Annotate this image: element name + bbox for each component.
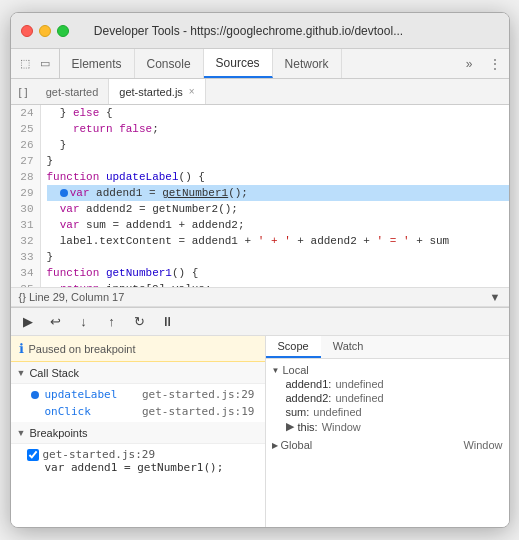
step-into-button[interactable]: ↓ — [73, 311, 95, 333]
scope-val-this: Window — [322, 421, 361, 433]
code-line-30: var addend2 = getNumber2(); — [47, 201, 509, 217]
breakpoints-triangle: ▼ — [17, 428, 26, 438]
scope-key-this: this: — [298, 421, 318, 433]
breakpoints-label: Breakpoints — [29, 427, 87, 439]
callstack-func-1: onClick — [45, 405, 91, 418]
status-bar: {} Line 29, Column 17 ▼ — [11, 287, 509, 307]
code-panel[interactable]: 24 25 26 27 28 29 30 31 32 33 34 35 36 }… — [11, 105, 509, 287]
call-stack-item-1[interactable]: onClick get-started.js:19 — [11, 403, 265, 420]
filetab-js-label: get-started.js — [119, 86, 183, 98]
breakpoint-item-0[interactable]: get-started.js:29 var addend1 = getNumbe… — [11, 446, 265, 476]
scope-global-triangle: ▶ — [272, 441, 278, 450]
scope-tab-scope[interactable]: Scope — [266, 336, 321, 358]
scope-key-sum: sum: — [286, 406, 310, 418]
filetab-collapse-icon[interactable]: [ ] — [11, 79, 36, 104]
line-num-25: 25 — [17, 121, 34, 137]
right-panel: Scope Watch ▼ Local addend1: undefined — [266, 336, 509, 527]
bottom-panel: ▶ ↩ ↓ ↑ ↻ ⏸ ℹ Paused on breakpoint ▼ Cal… — [11, 307, 509, 527]
filetab-get-started[interactable]: get-started — [36, 79, 110, 104]
scope-global-label: Global — [281, 439, 313, 451]
call-stack-item-0[interactable]: updateLabel get-started.js:29 — [11, 386, 265, 403]
call-stack-triangle: ▼ — [17, 368, 26, 378]
left-panel: ℹ Paused on breakpoint ▼ Call Stack upda… — [11, 336, 266, 527]
more-tabs-icon[interactable]: » — [458, 49, 481, 78]
line-num-31: 31 — [17, 217, 34, 233]
devtools-window: Developer Tools - https://googlechrome.g… — [10, 12, 510, 528]
code-line-33: } — [47, 249, 509, 265]
tab-elements[interactable]: Elements — [60, 49, 135, 78]
code-line-26: } — [47, 137, 509, 153]
pause-button[interactable]: ⏸ — [157, 311, 179, 333]
code-content[interactable]: } else { return false; } } function upda… — [41, 105, 509, 287]
scope-this-expand[interactable]: ▶ — [286, 420, 294, 433]
scope-addend2: addend2: undefined — [272, 391, 503, 405]
step-out-button[interactable]: ↑ — [101, 311, 123, 333]
scope-val-addend1: undefined — [335, 378, 383, 390]
line-numbers: 24 25 26 27 28 29 30 31 32 33 34 35 36 — [11, 105, 41, 287]
tabbar-left-icons: ⬚ ▭ — [11, 49, 60, 78]
callstack-file-1: get-started.js:19 — [142, 405, 255, 418]
info-icon: ℹ — [19, 341, 24, 356]
resume-button[interactable]: ▶ — [17, 311, 39, 333]
scope-local: ▼ Local addend1: undefined addend2: unde… — [272, 363, 503, 434]
scope-global: ▶ Global Window — [272, 438, 503, 452]
call-stack-header[interactable]: ▼ Call Stack — [11, 362, 265, 384]
tab-console[interactable]: Console — [135, 49, 204, 78]
line-num-34: 34 — [17, 265, 34, 281]
callstack-marker — [31, 391, 39, 399]
scope-local-triangle: ▼ — [272, 366, 280, 375]
deactivate-button[interactable]: ↻ — [129, 311, 151, 333]
code-line-28: function updateLabel() { — [47, 169, 509, 185]
code-line-25: return false; — [47, 121, 509, 137]
filetab-get-started-js[interactable]: get-started.js × — [109, 79, 205, 104]
menu-icon[interactable]: ⋮ — [481, 49, 509, 78]
breakpoint-file: get-started.js:29 — [43, 448, 156, 461]
paused-notice: ℹ Paused on breakpoint — [11, 336, 265, 362]
callstack-file-0: get-started.js:29 — [142, 388, 255, 401]
inspector-icon[interactable]: ⬚ — [17, 56, 33, 72]
code-line-32: label.textContent = addend1 + ' + ' + ad… — [47, 233, 509, 249]
status-text: {} Line 29, Column 17 — [19, 291, 125, 303]
scope-key-addend1: addend1: — [286, 378, 332, 390]
line-num-24: 24 — [17, 105, 34, 121]
scope-global-header[interactable]: ▶ Global Window — [272, 438, 503, 452]
code-line-27: } — [47, 153, 509, 169]
mobile-icon[interactable]: ▭ — [37, 56, 53, 72]
line-num-32: 32 — [17, 233, 34, 249]
breakpoints-header[interactable]: ▼ Breakpoints — [11, 422, 265, 444]
filetab-label: get-started — [46, 86, 99, 98]
scope-local-label: Local — [282, 364, 308, 376]
scope-tab-watch[interactable]: Watch — [321, 336, 376, 358]
window-title: Developer Tools - https://googlechrome.g… — [10, 24, 499, 38]
status-scroll-icon[interactable]: ▼ — [490, 291, 501, 303]
line-num-27: 27 — [17, 153, 34, 169]
tab-sources[interactable]: Sources — [204, 49, 273, 78]
tab-network[interactable]: Network — [273, 49, 342, 78]
scope-tree: ▼ Local addend1: undefined addend2: unde… — [266, 359, 509, 460]
paused-message: Paused on breakpoint — [29, 343, 136, 355]
breakpoint-checkbox[interactable] — [27, 449, 39, 461]
callstack-func-0: updateLabel — [45, 388, 118, 401]
scope-local-header[interactable]: ▼ Local — [272, 363, 503, 377]
code-line-29: var addend1 = getNumber1(); — [47, 185, 509, 201]
scope-val-sum: undefined — [313, 406, 361, 418]
scope-global-val: Window — [463, 439, 502, 451]
line-num-29: 29 — [17, 185, 34, 201]
step-over-button[interactable]: ↩ — [45, 311, 67, 333]
scope-key-addend2: addend2: — [286, 392, 332, 404]
line-num-26: 26 — [17, 137, 34, 153]
debug-toolbar: ▶ ↩ ↓ ↑ ↻ ⏸ — [11, 308, 509, 336]
call-stack-content: updateLabel get-started.js:29 onClick ge… — [11, 384, 265, 422]
breakpoint-check-0: get-started.js:29 — [27, 448, 255, 461]
scope-this[interactable]: ▶ this: Window — [272, 419, 503, 434]
line-num-30: 30 — [17, 201, 34, 217]
tabbar: ⬚ ▭ Elements Console Sources Network » ⋮ — [11, 49, 509, 79]
filetab-close-icon[interactable]: × — [189, 86, 195, 97]
editor-area: 24 25 26 27 28 29 30 31 32 33 34 35 36 }… — [11, 105, 509, 307]
bottom-split: ℹ Paused on breakpoint ▼ Call Stack upda… — [11, 336, 509, 527]
code-line-34: function getNumber1() { — [47, 265, 509, 281]
scope-tabs: Scope Watch — [266, 336, 509, 359]
call-stack-label: Call Stack — [29, 367, 79, 379]
breakpoints-content: get-started.js:29 var addend1 = getNumbe… — [11, 444, 265, 478]
titlebar: Developer Tools - https://googlechrome.g… — [11, 13, 509, 49]
